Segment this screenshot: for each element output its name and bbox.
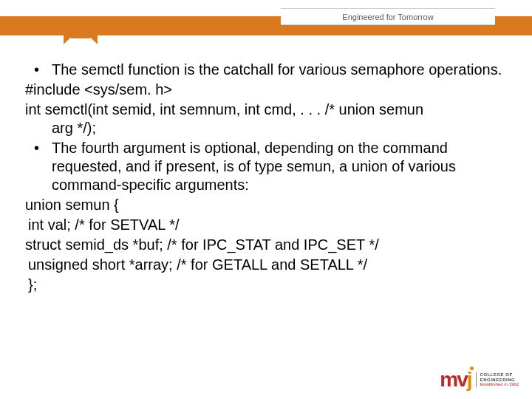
footer-logo: mvj COLLEGE OF ENGINEERING Established i… (440, 368, 519, 392)
tagline-box: Engineered for Tomorrow (281, 8, 495, 25)
content-line: int val; /* for SETVAL */ (25, 216, 505, 234)
logo-letter-m: m (440, 368, 457, 391)
content-list: The semctl function is the catchall for … (25, 61, 505, 294)
logo-letter-v: v (457, 368, 467, 391)
content-line: #include <sys/sem. h> (25, 81, 505, 99)
content-line: The semctl function is the catchall for … (25, 61, 505, 79)
slide: Engineered for Tomorrow The semctl funct… (0, 0, 532, 399)
logo-mark: mvj (440, 368, 471, 392)
content-line-text: int semctl(int semid, int semnum, int cm… (25, 101, 423, 117)
logo-text-line1: COLLEGE OF (480, 372, 519, 378)
tagline-text: Engineered for Tomorrow (342, 13, 433, 21)
content-line: The fourth argument is optional, dependi… (25, 139, 505, 194)
logo-text: COLLEGE OF ENGINEERING Established in 19… (476, 372, 519, 387)
slide-content: The semctl function is the catchall for … (25, 61, 505, 296)
logo-text-line3: Established in 1962 (480, 382, 519, 387)
logo-text-line2: ENGINEERING (480, 378, 519, 383)
content-line: struct semid_ds *buf; /* for IPC_STAT an… (25, 236, 505, 254)
header-notch (64, 28, 98, 44)
logo-letter-j: j (467, 368, 471, 391)
content-line: }; (25, 276, 505, 294)
content-line: union semun { (25, 196, 505, 214)
content-line-cont: arg */); (25, 120, 96, 136)
content-line: int semctl(int semid, int semnum, int cm… (25, 100, 505, 137)
content-line: unsigned short *array; /* for GETALL and… (25, 256, 505, 274)
